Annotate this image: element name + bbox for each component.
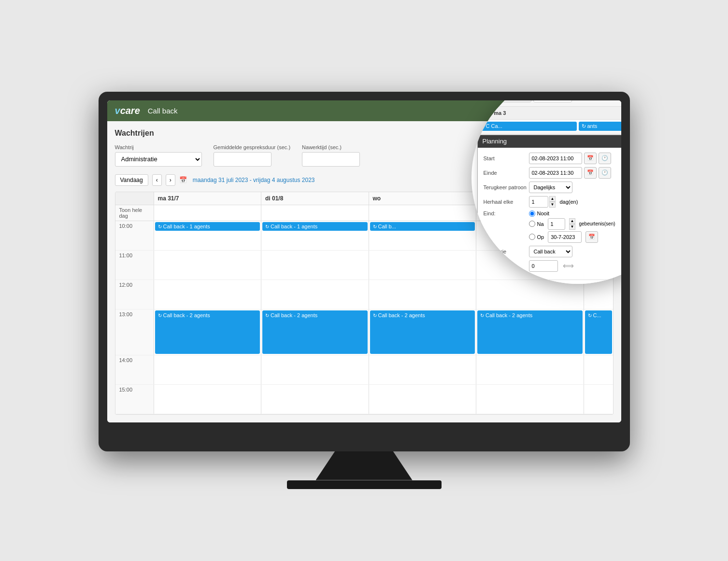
einde-input[interactable] xyxy=(529,167,582,179)
planning-dialog: Planning × Start 📅 🕐 xyxy=(477,135,621,284)
cell-fri-14 xyxy=(584,355,613,384)
event-tue-13-callbk[interactable]: ↻ Call back - 2 agents xyxy=(262,310,368,354)
einde-calendar-btn[interactable]: 📅 xyxy=(584,167,597,179)
cell-tue-13: ↻ Call back - 2 agents xyxy=(261,309,369,355)
cal-header-mon: ma 31/7 xyxy=(154,192,262,205)
cell-mon-14 xyxy=(154,355,262,384)
radio-na-row: Na ▲ ▼ gebeurtenis(sen) xyxy=(529,218,615,230)
start-label: Start xyxy=(484,155,527,161)
cell-mon-12 xyxy=(154,280,262,309)
time-label-13: 13:00 xyxy=(115,309,154,355)
zoom-circle: Wachtrijen Gemiddelde gespreksduur (sec.… xyxy=(471,100,621,284)
time-label-11: 11:00 xyxy=(115,251,154,280)
radio-nooit[interactable] xyxy=(529,210,535,217)
na-spinner: ▲ ▼ xyxy=(569,218,576,230)
monitor-base xyxy=(287,480,442,489)
dialog-body: Start 📅 🕐 Einde 📅 🕐 xyxy=(478,148,621,280)
radio-op[interactable] xyxy=(529,234,535,240)
herhaal-up[interactable]: ▲ xyxy=(549,196,556,202)
zoom-wachtrij-select[interactable]: Administratie xyxy=(483,100,531,102)
categorie-select[interactable]: Call back xyxy=(529,246,572,257)
refresh-icon: ↻ xyxy=(158,224,162,229)
cell-tue-10: ↻ Call back - 1 agents xyxy=(261,221,369,250)
cell-tue-11 xyxy=(261,251,369,280)
cell-tue-15 xyxy=(261,385,369,414)
radio-na[interactable] xyxy=(529,221,535,227)
terugkeer-select[interactable]: Dagelijks Wekelijks Maandelijks xyxy=(529,182,572,193)
event-label-6: Call back - 2 agents xyxy=(271,312,317,318)
cell-mon-13: ↻ Call back - 2 agents xyxy=(154,309,262,355)
na-down[interactable]: ▼ xyxy=(569,224,576,230)
zoom-event-label-1: C Ca... xyxy=(486,123,502,129)
btn-prev[interactable]: ‹ xyxy=(152,174,162,186)
logo: vcare xyxy=(115,105,140,116)
aantal-slider-handle[interactable]: ⟺ xyxy=(563,261,574,270)
start-time-btn[interactable]: 🕐 xyxy=(599,153,611,164)
radio-op-row: Op 📅 xyxy=(529,231,615,243)
gespreksduur-label: Gemiddelde gespreksduur (sec.) xyxy=(214,144,291,150)
radio-nooit-row: Nooit xyxy=(529,210,615,217)
event-label-3: Call b... xyxy=(378,224,396,229)
cell-thu-12 xyxy=(476,280,584,309)
toon-hele-dag-label: Toon hele dag xyxy=(115,205,154,221)
time-label-14: 14:00 xyxy=(115,355,154,384)
dialog-row-eind: Eind: Nooit Na xyxy=(484,210,621,243)
event-wed-13-callbk[interactable]: ↻ Call back - 2 agents xyxy=(370,310,475,354)
time-label-15: 15:00 xyxy=(115,385,154,414)
zoom-event-top1[interactable]: ↻ C Ca... xyxy=(477,122,577,131)
btn-today[interactable]: Vandaag xyxy=(115,174,148,186)
gespreksduur-group: Gemiddelde gespreksduur (sec.) 540 xyxy=(214,144,291,167)
event-wed-10-callbk[interactable]: ↻ Call b... xyxy=(370,222,475,231)
nawerktijd-input[interactable]: 60 xyxy=(302,152,360,167)
dialog-row-terugkeer: Terugkeer patroon Dagelijks Wekelijks Ma… xyxy=(484,182,621,193)
cell-fri-15 xyxy=(584,385,613,414)
aantal-label: Aantal medewerkers xyxy=(484,260,527,272)
cell-wed-13: ↻ Call back - 2 agents xyxy=(369,309,477,355)
time-label-10: 10:00 xyxy=(115,221,154,250)
categorie-label: Categorie xyxy=(484,249,527,254)
gespreksduur-input[interactable]: 540 xyxy=(214,152,271,167)
event-mon-13-callbk[interactable]: ↻ Call back - 2 agents xyxy=(155,310,260,354)
event-label-7: Call back - 2 agents xyxy=(378,312,425,318)
na-input[interactable] xyxy=(548,218,565,230)
wachtrij-group: Wachtrij Administratie xyxy=(115,144,202,167)
refresh-icon-8: ↻ xyxy=(480,313,484,318)
toon-cell-mon xyxy=(154,205,262,221)
terugkeer-label: Terugkeer patroon xyxy=(484,184,527,190)
refresh-icon-3: ↻ xyxy=(373,224,377,229)
toon-cell-wed xyxy=(369,205,477,221)
logo-rest: care xyxy=(120,105,140,116)
zoom-gespreksduur-input[interactable] xyxy=(533,100,572,102)
na-label: Na xyxy=(537,221,544,227)
na-up[interactable]: ▲ xyxy=(569,218,576,224)
start-input[interactable] xyxy=(529,153,582,164)
event-thu-13-callbk[interactable]: ↻ Call back - 2 agents xyxy=(477,310,583,354)
aantal-input[interactable] xyxy=(529,260,558,272)
refresh-icon-7: ↻ xyxy=(373,313,377,318)
dialog-row-einde: Einde 📅 🕐 xyxy=(484,167,621,179)
refresh-icon-9: ↻ xyxy=(588,313,592,318)
zoom-event-top2[interactable]: ↻ ants xyxy=(579,122,621,131)
refresh-icon-2: ↻ xyxy=(265,224,269,229)
calendar-icon: 📅 xyxy=(179,176,187,183)
herhaal-down[interactable]: ▼ xyxy=(549,202,556,208)
start-calendar-btn[interactable]: 📅 xyxy=(584,153,597,164)
event-tue-10-callbk[interactable]: ↻ Call back - 1 agents xyxy=(262,222,368,231)
time-row-12: 12:00 xyxy=(115,280,613,309)
cell-thu-15 xyxy=(476,385,584,414)
zoom-event-icon-2: ↻ xyxy=(582,123,586,129)
einde-time-btn[interactable]: 🕐 xyxy=(599,167,611,179)
event-fri-13-callbk[interactable]: ↻ C... xyxy=(585,310,612,354)
btn-next[interactable]: › xyxy=(166,174,175,186)
wachtrij-select[interactable]: Administratie xyxy=(115,152,202,167)
cell-wed-15 xyxy=(369,385,477,414)
op-date-input[interactable] xyxy=(548,231,582,243)
monitor-stand xyxy=(316,451,413,480)
logo-v: v xyxy=(115,105,120,116)
op-calendar-btn[interactable]: 📅 xyxy=(585,231,598,243)
cal-header-tue: di 01/8 xyxy=(261,192,369,205)
herhaal-input[interactable] xyxy=(529,196,548,208)
event-mon-10-callbk[interactable]: ↻ Call back - 1 agents xyxy=(155,222,260,231)
cell-mon-11 xyxy=(154,251,262,280)
cell-wed-11 xyxy=(369,251,477,280)
